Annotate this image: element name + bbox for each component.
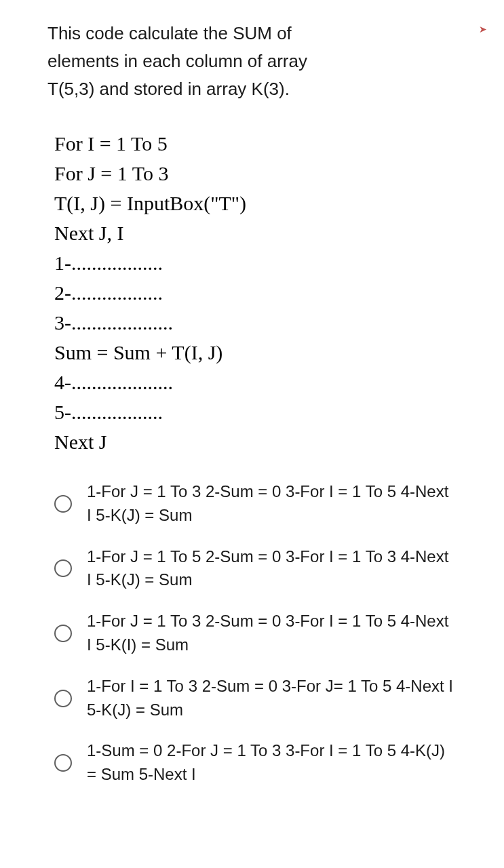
option-text-4: 1-For I = 1 To 3 2-Sum = 0 3-For J= 1 To…	[87, 675, 457, 722]
code-line-6: 2-..................	[54, 279, 457, 307]
code-line-11: Next J	[54, 428, 457, 456]
code-line-7: 3-....................	[54, 309, 457, 337]
option-text-2: 1-For J = 1 To 5 2-Sum = 0 3-For I = 1 T…	[87, 545, 457, 593]
option-text-1: 1-For J = 1 To 3 2-Sum = 0 3-For I = 1 T…	[87, 480, 457, 528]
option-5[interactable]: 1-Sum = 0 2-For J = 1 To 3 3-For I = 1 T…	[54, 739, 457, 787]
code-line-8: Sum = Sum + T(I, J)	[54, 338, 457, 367]
code-line-5: 1-..................	[54, 249, 457, 277]
code-line-4: Next J, I	[54, 219, 457, 248]
code-line-10: 5-..................	[54, 398, 457, 427]
question-prompt: This code calculate the SUM of elements …	[47, 20, 457, 102]
question-line-3: T(5,3) and stored in array K(3).	[47, 76, 457, 102]
option-text-3: 1-For J = 1 To 3 2-Sum = 0 3-For I = 1 T…	[87, 610, 457, 657]
radio-icon	[54, 625, 72, 642]
code-line-1: For I = 1 To 5	[54, 130, 457, 158]
question-line-2: elements in each column of array	[47, 48, 457, 75]
option-text-5: 1-Sum = 0 2-For J = 1 To 3 3-For I = 1 T…	[87, 739, 457, 787]
corner-arrow-icon: ➤	[479, 24, 487, 35]
option-1[interactable]: 1-For J = 1 To 3 2-Sum = 0 3-For I = 1 T…	[54, 480, 457, 528]
code-line-2: For J = 1 To 3	[54, 159, 457, 188]
code-line-9: 4-....................	[54, 368, 457, 397]
option-4[interactable]: 1-For I = 1 To 3 2-Sum = 0 3-For J= 1 To…	[54, 675, 457, 722]
option-3[interactable]: 1-For J = 1 To 3 2-Sum = 0 3-For I = 1 T…	[54, 610, 457, 657]
code-line-3: T(I, J) = InputBox("T")	[54, 189, 457, 218]
radio-icon	[54, 754, 72, 772]
radio-icon	[54, 495, 72, 513]
code-block: For I = 1 To 5 For J = 1 To 3 T(I, J) = …	[54, 130, 457, 456]
radio-icon	[54, 559, 72, 577]
option-2[interactable]: 1-For J = 1 To 5 2-Sum = 0 3-For I = 1 T…	[54, 545, 457, 593]
options-group: 1-For J = 1 To 3 2-Sum = 0 3-For I = 1 T…	[54, 480, 457, 787]
radio-icon	[54, 690, 72, 707]
question-line-1: This code calculate the SUM of	[47, 20, 457, 47]
